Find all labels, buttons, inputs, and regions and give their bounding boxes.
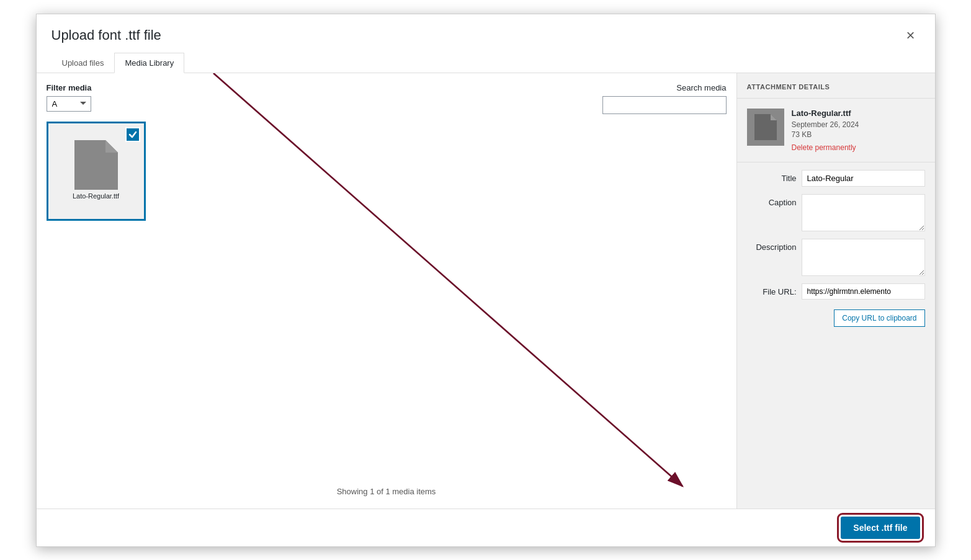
title-input[interactable] (802, 170, 925, 187)
attachment-thumbnail (747, 109, 784, 146)
file-url-label: File URL: (747, 283, 797, 296)
filter-select[interactable]: A (47, 96, 92, 112)
attachment-sidebar: ATTACHMENT DETAILS Lato-Regular.ttf Sept… (736, 73, 935, 509)
attachment-info: Lato-Regular.ttf September 26, 2024 73 K… (737, 99, 935, 162)
svg-marker-2 (105, 140, 118, 153)
thumb-file-icon (754, 114, 777, 140)
filter-row: Filter media A Search media (47, 83, 727, 114)
upload-modal: Upload font .ttf file × Upload files Med… (36, 14, 936, 547)
media-grid: Lato-Regular.ttf (47, 122, 727, 499)
filter-section: Filter media A (47, 83, 92, 112)
showing-count: Showing 1 of 1 media items (337, 487, 436, 496)
copy-url-button[interactable]: Copy URL to clipboard (834, 309, 924, 327)
search-label: Search media (676, 83, 726, 92)
selected-badge (125, 127, 140, 142)
modal-title: Upload font .ttf file (51, 27, 161, 43)
attachment-details-header: ATTACHMENT DETAILS (737, 73, 935, 99)
copy-url-section: Copy URL to clipboard (737, 307, 935, 332)
filter-label: Filter media (47, 83, 92, 92)
close-button[interactable]: × (901, 25, 920, 45)
description-field-row: Description (747, 239, 925, 276)
caption-textarea[interactable] (802, 194, 925, 231)
media-area: Filter media A Search media (37, 73, 736, 509)
title-field-row: Title (747, 170, 925, 187)
search-input[interactable] (602, 96, 727, 114)
modal-body: Filter media A Search media (37, 73, 935, 509)
attachment-filename: Lato-Regular.ttf (792, 109, 925, 118)
media-item[interactable]: Lato-Regular.ttf (47, 122, 146, 221)
file-url-input[interactable] (802, 283, 925, 300)
modal-header: Upload font .ttf file × (37, 14, 935, 45)
modal-footer: Select .ttf file (37, 509, 935, 546)
tab-media-library[interactable]: Media Library (114, 53, 184, 73)
file-url-field-row: File URL: (747, 283, 925, 300)
file-icon (74, 140, 118, 190)
svg-marker-6 (771, 114, 777, 120)
caption-label: Caption (747, 194, 797, 207)
attachment-date: September 26, 2024 (792, 120, 925, 129)
title-label: Title (747, 170, 797, 183)
attachment-meta: Lato-Regular.ttf September 26, 2024 73 K… (792, 109, 925, 152)
checkmark-icon (128, 130, 137, 139)
search-section: Search media (602, 83, 727, 114)
file-name: Lato-Regular.ttf (70, 190, 122, 202)
description-label: Description (747, 239, 797, 252)
description-textarea[interactable] (802, 239, 925, 276)
caption-field-row: Caption (747, 194, 925, 231)
delete-permanently-link[interactable]: Delete permanently (792, 143, 856, 152)
tab-bar: Upload files Media Library (37, 45, 935, 73)
attachment-size: 73 KB (792, 130, 925, 139)
select-ttf-button[interactable]: Select .ttf file (841, 517, 920, 539)
attachment-fields: Title Caption Description File URL: (737, 162, 935, 307)
tab-upload-files[interactable]: Upload files (51, 53, 115, 73)
